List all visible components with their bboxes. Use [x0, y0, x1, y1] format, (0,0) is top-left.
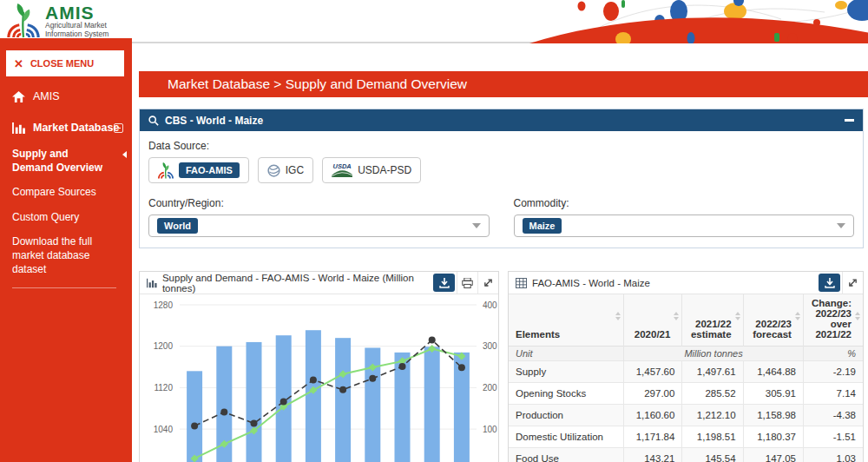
amis-logo: AMIS Agricultural Market Information Sys…	[7, 3, 108, 39]
value-cell: 147.05	[743, 448, 803, 462]
table-panel-header: FAO-AMIS - World - Maize	[509, 272, 863, 294]
value-cell: 1,457.60	[624, 361, 682, 383]
expand-table-button[interactable]	[842, 272, 863, 294]
fao-amis-icon	[158, 162, 174, 179]
source-label-usda-psd: USDA-PSD	[358, 164, 411, 176]
commodity-selected-tag: Maize	[523, 218, 562, 234]
svg-text:1200: 1200	[154, 341, 174, 351]
unit-percent: %	[803, 346, 863, 361]
svg-text:1040: 1040	[154, 425, 174, 434]
source-button-fao-amis[interactable]: FAO-AMIS	[148, 157, 249, 183]
unit-value: Million tonnes	[624, 346, 804, 361]
cbs-panel-title: CBS - World - Maize	[165, 115, 263, 127]
expand-icon	[483, 278, 493, 287]
table-row: Production 1,160.60 1,212.10 1,158.98 -4…	[509, 405, 863, 426]
logo-subtitle-2: Information System	[45, 30, 108, 39]
print-chart-button[interactable]	[457, 272, 477, 294]
country-region-label: Country/Region:	[148, 197, 490, 209]
element-cell: Opening Stocks	[509, 383, 624, 405]
download-table-button[interactable]	[819, 274, 840, 292]
table-row: Domestic Utilization 1,171.84 1,198.51 1…	[509, 426, 863, 448]
svg-text:100: 100	[483, 425, 497, 434]
element-cell: Domestic Utilization	[509, 426, 624, 448]
sidebar-item-label: Supply and Demand Overview	[12, 148, 102, 174]
column-header-elements[interactable]: Elements	[509, 294, 624, 346]
table-row: Food Use 143.21 145.54 147.05 1.03	[509, 448, 863, 462]
svg-text:400: 400	[483, 300, 497, 310]
column-header-2022-23-forecast[interactable]: 2022/23 forecast	[743, 294, 803, 346]
chevron-down-icon	[472, 223, 481, 228]
country-selected-tag: World	[157, 218, 198, 234]
column-header-2021-22-estimate[interactable]: 2021/22 estimate	[682, 294, 743, 346]
chart-area: 1280120011201040400300200100	[140, 294, 498, 462]
print-icon	[462, 278, 473, 288]
sort-icon	[674, 312, 679, 320]
download-icon	[825, 278, 835, 288]
change-cell: -4.38	[803, 405, 863, 426]
column-header-change[interactable]: Change: 2022/23 over 2021/22	[803, 294, 863, 346]
data-source-label: Data Source:	[148, 140, 854, 152]
usda-logo-icon: USDA	[332, 163, 352, 178]
table-panel: FAO-AMIS - World - Maize	[508, 271, 864, 462]
home-icon	[12, 91, 25, 102]
chart-panel: Supply and Demand - FAO-AMIS - World - M…	[139, 271, 499, 462]
element-cell: Food Use	[509, 448, 624, 462]
sidebar-item-download-dataset[interactable]: Download the full market database datase…	[12, 235, 120, 276]
change-cell: -2.19	[803, 361, 863, 383]
logo-title: AMIS	[45, 3, 108, 22]
value-cell: 1,180.37	[743, 426, 803, 448]
header-decoration	[521, 0, 868, 43]
value-cell: 1,171.84	[624, 426, 682, 448]
close-icon: ✕	[14, 57, 23, 70]
value-cell: 305.91	[743, 383, 803, 405]
commodity-select[interactable]: Maize	[514, 214, 855, 237]
caret-left-icon	[122, 151, 127, 158]
breadcrumb: Market Database > Supply and Demand Over…	[139, 71, 868, 97]
sidebar-item-label: AMIS	[33, 90, 60, 102]
cbs-filter-panel: CBS - World - Maize Data Source: FAO-A	[139, 109, 864, 248]
value-cell: 1,464.88	[743, 361, 803, 383]
top-header: AMIS Agricultural Market Information Sys…	[0, 0, 868, 43]
chart-panel-title: Supply and Demand - FAO-AMIS - World - M…	[162, 273, 426, 294]
svg-text:1120: 1120	[154, 383, 173, 393]
chevron-down-icon	[837, 223, 845, 228]
collapse-panel-icon[interactable]	[845, 119, 854, 122]
close-menu-button[interactable]: ✕ CLOSE MENU	[6, 50, 124, 76]
svg-text:1280: 1280	[154, 300, 174, 310]
value-cell: 1,198.51	[682, 426, 743, 448]
sort-icon	[615, 312, 621, 320]
amis-logo-icon	[7, 3, 40, 39]
country-region-select[interactable]: World	[148, 214, 490, 237]
igc-globe-icon	[267, 164, 280, 177]
search-icon	[148, 116, 159, 126]
bar-chart-icon	[12, 122, 25, 134]
element-cell: Supply	[509, 361, 624, 383]
table-panel-title: FAO-AMIS - World - Maize	[532, 278, 650, 288]
change-cell: -1.51	[803, 426, 863, 448]
column-header-2020-21[interactable]: 2020/21	[624, 294, 682, 346]
svg-text:200: 200	[483, 383, 497, 393]
svg-text:300: 300	[483, 341, 497, 351]
expand-chart-button[interactable]	[477, 272, 498, 294]
table-icon	[516, 278, 527, 288]
sidebar-item-market-database[interactable]: Market Database	[0, 102, 132, 134]
commodity-label: Commodity:	[514, 197, 855, 209]
source-button-usda-psd[interactable]: USDA USDA-PSD	[322, 157, 421, 183]
sidebar-item-supply-and-demand-overview[interactable]: Supply and Demand Overview	[12, 148, 120, 175]
value-cell: 297.00	[624, 383, 682, 405]
value-cell: 1,158.98	[743, 405, 803, 426]
download-chart-button[interactable]	[433, 274, 455, 292]
source-button-igc[interactable]: IGC	[258, 157, 313, 183]
change-cell: 7.14	[803, 383, 863, 405]
supply-demand-table: Elements 2020/21 2021/22 estimate 2	[509, 294, 863, 462]
sidebar-item-amis[interactable]: AMIS	[0, 80, 132, 102]
sidebar-item-custom-query[interactable]: Custom Query	[12, 211, 120, 225]
value-cell: 1,212.10	[682, 405, 743, 426]
download-icon	[439, 278, 450, 288]
source-label-fao-amis: FAO-AMIS	[179, 162, 240, 178]
sidebar-item-compare-sources[interactable]: Compare Sources	[12, 186, 120, 200]
main-content: Market Database > Supply and Demand Over…	[132, 43, 868, 462]
bar-chart-icon	[147, 278, 157, 288]
collapse-minus-icon[interactable]	[114, 123, 123, 133]
close-menu-label: CLOSE MENU	[30, 58, 94, 69]
